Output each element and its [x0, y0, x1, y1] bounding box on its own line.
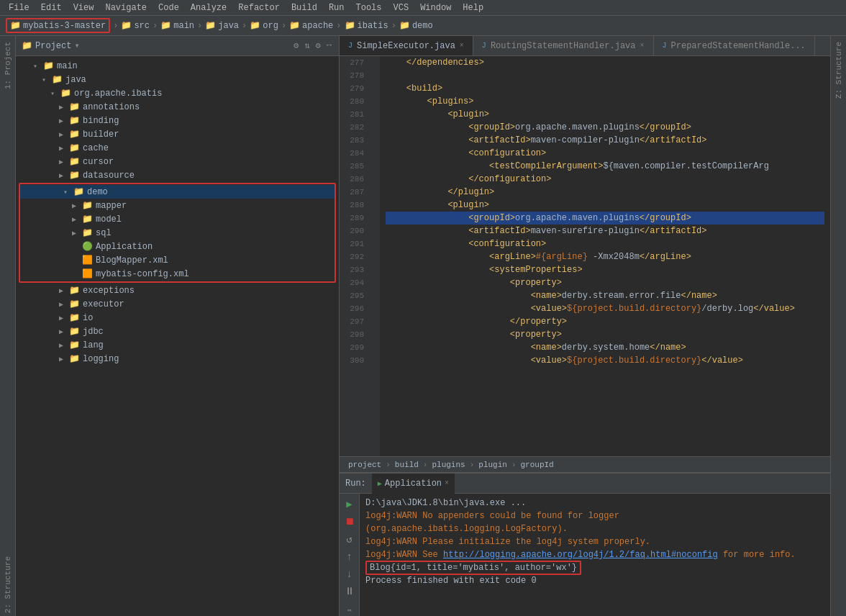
bc-plugins[interactable]: plugins	[432, 461, 465, 469]
tool-pin-icon[interactable]: ↔	[325, 39, 333, 53]
menu-vcs[interactable]: VCS	[388, 3, 415, 13]
tool-gear-icon[interactable]: ⚙	[314, 39, 322, 53]
scroll-up-button[interactable]: ↑	[345, 550, 353, 564]
rerun-button[interactable]: ↺	[345, 532, 353, 547]
fold-marker	[369, 341, 379, 354]
tree-item-io[interactable]: ▶ 📁 io	[16, 311, 339, 325]
breadcrumb-src[interactable]: 📁 src	[121, 20, 150, 31]
tree-item-lang[interactable]: ▶ 📁 lang	[16, 338, 339, 352]
fold-marker[interactable]	[369, 199, 379, 212]
structure-panel-label[interactable]: 2: Structure	[2, 553, 14, 616]
tree-item-demo[interactable]: ▾ 📁 demo	[20, 185, 335, 199]
menu-window[interactable]: Window	[414, 3, 457, 13]
run-button[interactable]: ▶	[345, 497, 353, 512]
stop-button[interactable]: ⏹	[343, 515, 356, 529]
tree-item-cursor[interactable]: ▶ 📁 cursor	[16, 155, 339, 168]
tool-settings-icon[interactable]: ⚙	[292, 39, 300, 53]
run-output: D:\java\JDK1.8\bin\java.exe ...log4j:WAR…	[360, 494, 830, 616]
output-line: D:\java\JDK1.8\bin\java.exe ...	[365, 497, 824, 509]
code-area[interactable]: </dependencies> <build> <plugins> <plugi…	[380, 56, 830, 456]
menu-refactor[interactable]: Refactor	[232, 3, 286, 13]
right-structure-label[interactable]: Z: Structure	[833, 39, 845, 101]
project-header: 📁 Project ▾ ⚙ ⇅ ⚙ ↔	[16, 36, 339, 56]
tree-label-sql: sql	[96, 228, 112, 238]
tree-item-sql[interactable]: ▶ 📁 sql	[20, 226, 335, 240]
breadcrumb-root[interactable]: 📁 mybatis-3-master	[6, 18, 110, 33]
tab-simpleexecutor[interactable]: J SimpleExecutor.java ×	[340, 36, 473, 55]
output-link[interactable]: http://logging.apache.org/log4j/1.2/faq.…	[443, 550, 718, 560]
tree-item-builder[interactable]: ▶ 📁 builder	[16, 127, 339, 141]
tree-item-datasource[interactable]: ▶ 📁 datasource	[16, 168, 339, 182]
breadcrumb-main[interactable]: 📁 main	[160, 20, 194, 31]
menu-analyze[interactable]: Analyze	[185, 3, 232, 13]
bc-plugin[interactable]: plugin	[478, 461, 507, 469]
menu-file[interactable]: File	[3, 3, 35, 13]
tree-item-main[interactable]: ▾ 📁 main	[16, 59, 339, 73]
menu-help[interactable]: Help	[457, 3, 489, 13]
scroll-down-button[interactable]: ↓	[345, 567, 353, 581]
tool-expand-icon[interactable]: ⇅	[303, 39, 311, 53]
fold-marker	[369, 160, 379, 173]
editor-run-container: J SimpleExecutor.java × J RoutingStateme…	[340, 36, 830, 616]
tree-item-org[interactable]: ▾ 📁 org.apache.ibatis	[16, 86, 339, 100]
folder-icon-executor: 📁	[69, 299, 80, 309]
bc-groupid[interactable]: groupId	[521, 461, 554, 469]
fold-marker[interactable]	[369, 108, 379, 121]
wrap-button[interactable]: ⇔	[345, 604, 352, 616]
chevron-annotations: ▶	[59, 103, 66, 112]
tree-item-logging[interactable]: ▶ 📁 logging	[16, 352, 339, 366]
tree-item-cache[interactable]: ▶ 📁 cache	[16, 141, 339, 155]
breadcrumb-demo[interactable]: 📁 demo	[399, 20, 433, 31]
project-panel: 📁 Project ▾ ⚙ ⇅ ⚙ ↔ ▾ 📁 main ▾	[16, 36, 340, 616]
tree-label-mybatisconfig: mybatis-config.xml	[96, 269, 189, 279]
menu-edit[interactable]: Edit	[35, 3, 68, 13]
line-number: 291	[350, 237, 364, 250]
tree-label-jdbc: jdbc	[83, 327, 104, 337]
tree-item-java[interactable]: ▾ 📁 java	[16, 73, 339, 86]
menu-view[interactable]: View	[68, 3, 100, 13]
tree-item-binding[interactable]: ▶ 📁 binding	[16, 114, 339, 127]
tree-item-blogmapper[interactable]: 🟧 BlogMapper.xml	[20, 253, 335, 267]
tab-preparedstatementhandler[interactable]: J PreparedStatementHandle...	[654, 36, 815, 55]
chevron-logging: ▶	[59, 355, 66, 363]
tree-item-executor[interactable]: ▶ 📁 executor	[16, 297, 339, 311]
breadcrumb-apache[interactable]: 📁 apache	[289, 20, 333, 31]
breadcrumb-org[interactable]: 📁 org	[250, 20, 278, 31]
fold-marker	[369, 121, 379, 134]
run-tab-application[interactable]: ▶ Application ×	[372, 474, 455, 494]
tree-item-model[interactable]: ▶ 📁 model	[20, 212, 335, 226]
menu-code[interactable]: Code	[153, 3, 185, 13]
file-icon-application: 🟢	[82, 241, 93, 252]
pause-button[interactable]: ⏸	[343, 584, 356, 599]
line-number: 290	[350, 225, 364, 237]
tree-item-mybatisconfig[interactable]: 🟧 mybatis-config.xml	[20, 267, 335, 281]
line-number: 277	[350, 56, 364, 69]
bc-build[interactable]: build	[395, 461, 419, 469]
tree-label-datasource: datasource	[83, 171, 135, 181]
tab-close-simpleexecutor[interactable]: ×	[460, 42, 464, 50]
run-tab-close[interactable]: ×	[445, 479, 449, 487]
menu-run[interactable]: Run	[323, 3, 350, 13]
run-body: ▶ ⏹ ↺ ↑ ↓ ⏸ ⇔ 🔽 D:\java\JDK1.8\bin\java.…	[340, 494, 830, 616]
menu-tools[interactable]: Tools	[350, 3, 388, 13]
tab-close-routing[interactable]: ×	[640, 42, 645, 50]
tab-label-simpleexecutor: SimpleExecutor.java	[357, 41, 455, 51]
fold-marker[interactable]	[369, 212, 379, 225]
project-dropdown-icon[interactable]: ▾	[74, 40, 79, 51]
menu-build[interactable]: Build	[286, 3, 323, 13]
code-line: <configuration>	[386, 237, 824, 250]
tree-item-exceptions[interactable]: ▶ 📁 exceptions	[16, 284, 339, 297]
tab-routingstatementhandler[interactable]: J RoutingStatementHandler.java ×	[473, 36, 654, 55]
tree-item-mapper[interactable]: ▶ 📁 mapper	[20, 199, 335, 212]
tree-label-executor: executor	[83, 299, 124, 309]
tree-item-jdbc[interactable]: ▶ 📁 jdbc	[16, 325, 339, 338]
breadcrumb-java[interactable]: 📁 java	[205, 20, 239, 31]
project-panel-label[interactable]: 1: Project	[2, 39, 14, 92]
fold-marker	[369, 56, 379, 69]
tree-item-annotations[interactable]: ▶ 📁 annotations	[16, 100, 339, 114]
bc-project[interactable]: project	[348, 461, 381, 469]
output-line: log4j:WARN Please initialize the log4j s…	[365, 535, 824, 548]
tree-item-application[interactable]: 🟢 Application	[20, 240, 335, 253]
breadcrumb-ibatis[interactable]: 📁 ibatis	[345, 20, 388, 31]
menu-navigate[interactable]: Navigate	[99, 3, 153, 13]
